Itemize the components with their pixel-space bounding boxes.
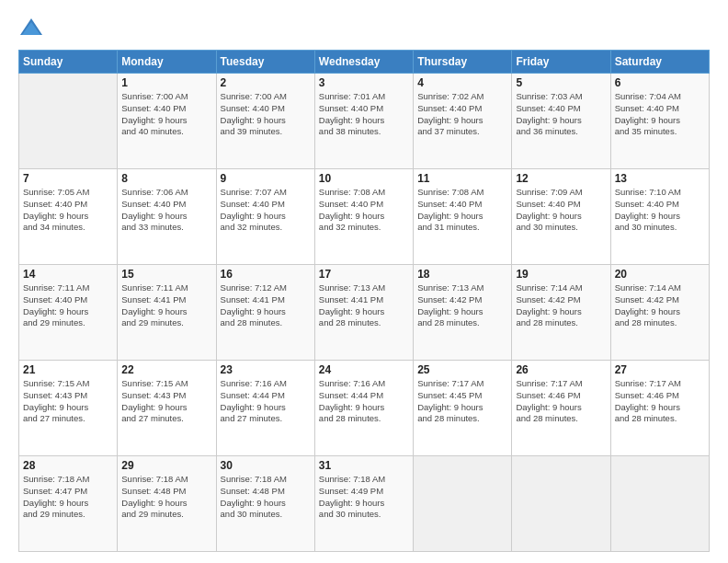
day-cell: 9Sunrise: 7:07 AMSunset: 4:40 PMDaylight…: [216, 169, 314, 265]
day-info: Sunrise: 7:15 AMSunset: 4:43 PMDaylight:…: [121, 378, 211, 425]
day-cell: 31Sunrise: 7:18 AMSunset: 4:49 PMDayligh…: [314, 456, 413, 552]
day-number: 14: [23, 268, 113, 281]
day-number: 30: [221, 459, 311, 472]
day-cell: 7Sunrise: 7:05 AMSunset: 4:40 PMDaylight…: [19, 169, 118, 265]
day-number: 3: [319, 76, 409, 89]
day-number: 21: [23, 363, 113, 376]
week-row-1: 1Sunrise: 7:00 AMSunset: 4:40 PMDaylight…: [19, 74, 710, 169]
day-info: Sunrise: 7:09 AMSunset: 4:40 PMDaylight:…: [516, 187, 606, 234]
day-number: 4: [417, 76, 507, 89]
day-number: 31: [319, 459, 409, 472]
day-number: 1: [121, 76, 211, 89]
day-info: Sunrise: 7:17 AMSunset: 4:46 PMDaylight:…: [516, 378, 606, 425]
day-cell: 10Sunrise: 7:08 AMSunset: 4:40 PMDayligh…: [314, 169, 413, 265]
day-info: Sunrise: 7:07 AMSunset: 4:40 PMDaylight:…: [221, 187, 311, 234]
day-info: Sunrise: 7:08 AMSunset: 4:40 PMDaylight:…: [319, 187, 409, 234]
day-info: Sunrise: 7:01 AMSunset: 4:40 PMDaylight:…: [319, 91, 409, 138]
day-info: Sunrise: 7:16 AMSunset: 4:44 PMDaylight:…: [221, 378, 311, 425]
day-cell: 11Sunrise: 7:08 AMSunset: 4:40 PMDayligh…: [414, 169, 512, 265]
day-number: 6: [615, 76, 705, 89]
day-cell: 14Sunrise: 7:11 AMSunset: 4:40 PMDayligh…: [19, 265, 118, 361]
day-number: 7: [23, 172, 113, 185]
day-number: 10: [319, 172, 409, 185]
day-info: Sunrise: 7:12 AMSunset: 4:41 PMDaylight:…: [221, 282, 311, 329]
day-number: 15: [121, 268, 211, 281]
day-number: 16: [221, 268, 311, 281]
day-number: 8: [121, 172, 211, 185]
day-number: 29: [121, 459, 211, 472]
header-cell-sunday: Sunday: [19, 51, 118, 74]
day-info: Sunrise: 7:11 AMSunset: 4:40 PMDaylight:…: [23, 282, 113, 329]
day-cell: [610, 456, 709, 552]
day-number: 2: [221, 76, 311, 89]
day-number: 13: [615, 172, 705, 185]
day-cell: 6Sunrise: 7:04 AMSunset: 4:40 PMDaylight…: [610, 74, 709, 169]
day-number: 27: [615, 363, 705, 376]
calendar-table: SundayMondayTuesdayWednesdayThursdayFrid…: [18, 50, 710, 552]
day-cell: 17Sunrise: 7:13 AMSunset: 4:41 PMDayligh…: [314, 265, 413, 361]
day-info: Sunrise: 7:11 AMSunset: 4:41 PMDaylight:…: [121, 282, 211, 329]
day-number: 18: [417, 268, 507, 281]
day-cell: 13Sunrise: 7:10 AMSunset: 4:40 PMDayligh…: [610, 169, 709, 265]
day-cell: 15Sunrise: 7:11 AMSunset: 4:41 PMDayligh…: [118, 265, 216, 361]
day-cell: 19Sunrise: 7:14 AMSunset: 4:42 PMDayligh…: [512, 265, 610, 361]
day-info: Sunrise: 7:03 AMSunset: 4:40 PMDaylight:…: [516, 91, 606, 138]
day-info: Sunrise: 7:00 AMSunset: 4:40 PMDaylight:…: [221, 91, 311, 138]
day-info: Sunrise: 7:13 AMSunset: 4:41 PMDaylight:…: [319, 282, 409, 329]
day-info: Sunrise: 7:04 AMSunset: 4:40 PMDaylight:…: [615, 91, 705, 138]
day-info: Sunrise: 7:14 AMSunset: 4:42 PMDaylight:…: [615, 282, 705, 329]
day-info: Sunrise: 7:00 AMSunset: 4:40 PMDaylight:…: [121, 91, 211, 138]
day-number: 22: [121, 363, 211, 376]
day-cell: [414, 456, 512, 552]
day-info: Sunrise: 7:17 AMSunset: 4:46 PMDaylight:…: [615, 378, 705, 425]
day-cell: [19, 74, 118, 169]
day-cell: 25Sunrise: 7:17 AMSunset: 4:45 PMDayligh…: [414, 361, 512, 456]
day-number: 11: [417, 172, 507, 185]
day-number: 9: [221, 172, 311, 185]
day-cell: 22Sunrise: 7:15 AMSunset: 4:43 PMDayligh…: [118, 361, 216, 456]
day-number: 24: [319, 363, 409, 376]
day-info: Sunrise: 7:10 AMSunset: 4:40 PMDaylight:…: [615, 187, 705, 234]
day-cell: 28Sunrise: 7:18 AMSunset: 4:47 PMDayligh…: [19, 456, 118, 552]
week-row-2: 7Sunrise: 7:05 AMSunset: 4:40 PMDaylight…: [19, 169, 710, 265]
day-cell: 12Sunrise: 7:09 AMSunset: 4:40 PMDayligh…: [512, 169, 610, 265]
day-cell: 18Sunrise: 7:13 AMSunset: 4:42 PMDayligh…: [414, 265, 512, 361]
header: [18, 15, 710, 40]
day-cell: 30Sunrise: 7:18 AMSunset: 4:48 PMDayligh…: [216, 456, 314, 552]
day-cell: 24Sunrise: 7:16 AMSunset: 4:44 PMDayligh…: [314, 361, 413, 456]
header-cell-friday: Friday: [512, 51, 610, 74]
header-cell-tuesday: Tuesday: [216, 51, 314, 74]
header-cell-saturday: Saturday: [610, 51, 709, 74]
week-row-3: 14Sunrise: 7:11 AMSunset: 4:40 PMDayligh…: [19, 265, 710, 361]
day-cell: 26Sunrise: 7:17 AMSunset: 4:46 PMDayligh…: [512, 361, 610, 456]
day-number: 20: [615, 268, 705, 281]
day-cell: 20Sunrise: 7:14 AMSunset: 4:42 PMDayligh…: [610, 265, 709, 361]
header-cell-thursday: Thursday: [414, 51, 512, 74]
day-number: 17: [319, 268, 409, 281]
calendar-header: SundayMondayTuesdayWednesdayThursdayFrid…: [19, 51, 710, 74]
day-cell: 8Sunrise: 7:06 AMSunset: 4:40 PMDaylight…: [118, 169, 216, 265]
day-info: Sunrise: 7:18 AMSunset: 4:48 PMDaylight:…: [221, 474, 311, 521]
day-info: Sunrise: 7:05 AMSunset: 4:40 PMDaylight:…: [23, 187, 113, 234]
day-info: Sunrise: 7:02 AMSunset: 4:40 PMDaylight:…: [417, 91, 507, 138]
week-row-5: 28Sunrise: 7:18 AMSunset: 4:47 PMDayligh…: [19, 456, 710, 552]
day-cell: 1Sunrise: 7:00 AMSunset: 4:40 PMDaylight…: [118, 74, 216, 169]
day-info: Sunrise: 7:17 AMSunset: 4:45 PMDaylight:…: [417, 378, 507, 425]
day-cell: 21Sunrise: 7:15 AMSunset: 4:43 PMDayligh…: [19, 361, 118, 456]
day-info: Sunrise: 7:18 AMSunset: 4:47 PMDaylight:…: [23, 474, 113, 521]
header-cell-monday: Monday: [118, 51, 216, 74]
logo-icon: [18, 15, 44, 40]
day-info: Sunrise: 7:18 AMSunset: 4:49 PMDaylight:…: [319, 474, 409, 521]
header-cell-wednesday: Wednesday: [314, 51, 413, 74]
day-cell: 5Sunrise: 7:03 AMSunset: 4:40 PMDaylight…: [512, 74, 610, 169]
week-row-4: 21Sunrise: 7:15 AMSunset: 4:43 PMDayligh…: [19, 361, 710, 456]
day-cell: [512, 456, 610, 552]
day-cell: 23Sunrise: 7:16 AMSunset: 4:44 PMDayligh…: [216, 361, 314, 456]
day-number: 23: [221, 363, 311, 376]
day-info: Sunrise: 7:14 AMSunset: 4:42 PMDaylight:…: [516, 282, 606, 329]
day-info: Sunrise: 7:15 AMSunset: 4:43 PMDaylight:…: [23, 378, 113, 425]
day-number: 19: [516, 268, 606, 281]
day-cell: 27Sunrise: 7:17 AMSunset: 4:46 PMDayligh…: [610, 361, 709, 456]
day-info: Sunrise: 7:06 AMSunset: 4:40 PMDaylight:…: [121, 187, 211, 234]
day-number: 26: [516, 363, 606, 376]
